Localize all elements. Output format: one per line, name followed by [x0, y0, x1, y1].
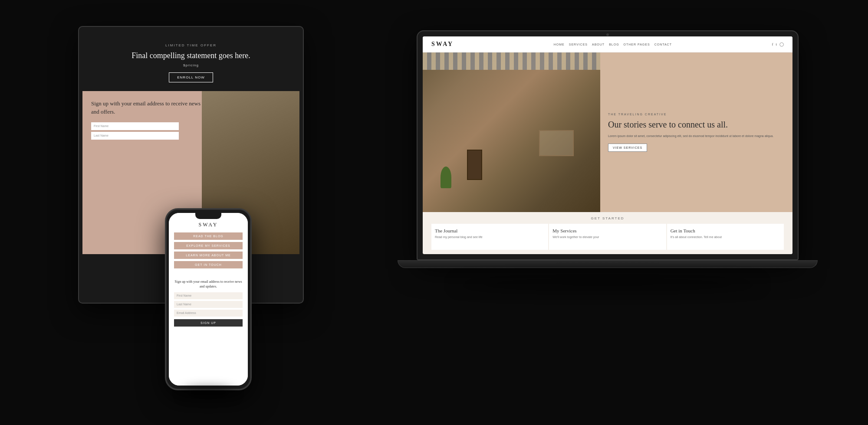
phone-screen: SWAY READ THE BLOG EXPLORE MY SERVICES L… [169, 213, 248, 386]
hero-body: Lorem ipsum dolor sit amet, consectetur … [608, 134, 785, 139]
nav-contact[interactable]: CONTACT [654, 43, 672, 46]
phone-logo: SWAY [174, 222, 243, 228]
phone-notch [195, 213, 221, 219]
cafe-awning [423, 52, 600, 70]
laptop-camera [606, 33, 609, 36]
hero-title: Our stories serve to connect us all. [608, 119, 785, 130]
website-bottom: GET STARTED The Journal Read my personal… [423, 212, 792, 254]
nav-home[interactable]: HOME [554, 43, 565, 46]
twitter-icon[interactable]: t [776, 42, 777, 46]
nav-services[interactable]: SERVICES [569, 43, 588, 46]
website-nav-links: HOME SERVICES ABOUT BLOG OTHER PAGES CON… [554, 43, 672, 46]
gs-card-services-desc: We'll work together to elevate your [552, 235, 662, 239]
cafe-door [467, 150, 482, 180]
phone-email-input[interactable]: Email Address [174, 310, 243, 317]
nav-other[interactable]: OTHER PAGES [624, 43, 650, 46]
nav-about[interactable]: ABOUT [592, 43, 605, 46]
get-started-label: GET STARTED [431, 216, 784, 220]
website-logo: SWAY [431, 41, 454, 48]
gs-card-touch-desc: It's all about connection. Tell me about [671, 235, 780, 239]
nav-blog[interactable]: BLOG [609, 43, 619, 46]
instagram-icon[interactable]: ◯ [779, 42, 784, 46]
phone-top: SWAY READ THE BLOG EXPLORE MY SERVICES L… [169, 213, 248, 275]
monitor-last-name-input[interactable]: Last Name [91, 132, 179, 140]
phone-last-name-input[interactable]: Last Name [174, 301, 243, 308]
monitor-top-section: LIMITED TIME OFFER Final compelling stat… [82, 30, 299, 91]
phone-explore-services-btn[interactable]: EXPLORE MY SERVICES [174, 242, 243, 249]
gs-card-journal-desc: Read my personal blog and see life [435, 235, 545, 239]
hero-cta-button[interactable]: VIEW SERVICES [608, 144, 647, 152]
laptop-body: SWAY HOME SERVICES ABOUT BLOG OTHER PAGE… [417, 30, 799, 260]
monitor-headline: Final compelling statement goes here. [91, 51, 291, 61]
phone-contact-btn[interactable]: GET IN TOUCH [174, 261, 243, 268]
phone-body: SWAY READ THE BLOG EXPLORE MY SERVICES L… [165, 208, 252, 390]
laptop-screen: SWAY HOME SERVICES ABOUT BLOG OTHER PAGE… [423, 36, 792, 254]
cafe-window [539, 130, 574, 156]
get-started-cards: The Journal Read my personal blog and se… [431, 224, 784, 250]
laptop-device: SWAY HOME SERVICES ABOUT BLOG OTHER PAGE… [417, 30, 799, 282]
gs-card-touch-title: Get in Touch [671, 228, 780, 233]
phone-read-blog-btn[interactable]: READ THE BLOG [174, 232, 243, 240]
hero-text-area: THE TRAVELING CREATIVE Our stories serve… [600, 52, 792, 212]
gs-card-journal-title: The Journal [435, 228, 545, 233]
monitor-first-name-input[interactable]: First Name [91, 122, 179, 130]
phone-signup-button[interactable]: SIGN UP [174, 319, 243, 327]
gs-card-services[interactable]: My Services We'll work together to eleva… [549, 224, 666, 250]
cafe-image [423, 52, 600, 212]
gs-card-journal[interactable]: The Journal Read my personal blog and se… [431, 224, 548, 250]
scene: LIMITED TIME OFFER Final compelling stat… [43, 17, 825, 408]
phone-about-btn[interactable]: LEARN MORE ABOUT ME [174, 252, 243, 259]
phone-first-name-input[interactable]: First Name [174, 292, 243, 299]
laptop-base [398, 260, 818, 268]
cafe-plant [441, 167, 451, 188]
monitor-enroll-button[interactable]: ENROLL NOW [169, 72, 213, 82]
website-hero: THE TRAVELING CREATIVE Our stories serve… [423, 52, 792, 212]
phone-signup-text: Sign up with your email address to recei… [174, 279, 243, 289]
phone-bottom: Sign up with your email address to recei… [169, 275, 248, 386]
website-nav: SWAY HOME SERVICES ABOUT BLOG OTHER PAGE… [423, 36, 792, 52]
monitor-signup-area: Sign up with your email address to recei… [91, 100, 201, 139]
gs-card-touch[interactable]: Get in Touch It's all about connection. … [667, 224, 784, 250]
monitor-limited-label: LIMITED TIME OFFER [91, 43, 291, 47]
facebook-icon[interactable]: f [772, 42, 773, 46]
monitor-signup-text: Sign up with your email address to recei… [91, 100, 201, 115]
phone-device: SWAY READ THE BLOG EXPLORE MY SERVICES L… [165, 208, 252, 390]
hero-image [423, 52, 600, 212]
gs-card-services-title: My Services [552, 228, 662, 233]
monitor-pricing: $pricing [91, 63, 291, 67]
website-nav-icons: f t ◯ [772, 42, 784, 46]
hero-subtitle: THE TRAVELING CREATIVE [608, 113, 785, 116]
